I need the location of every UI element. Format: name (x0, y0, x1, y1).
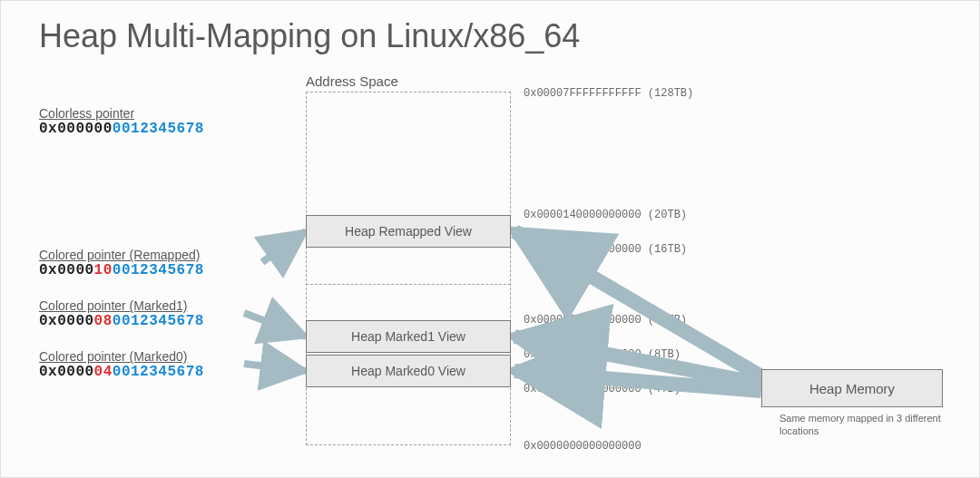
pointer-marked0: Colored pointer (Marked0) 0x000004001234… (39, 349, 293, 380)
addr-20tb: 0x0000140000000000 (20TB) (524, 209, 687, 221)
heap-marked1-view: Heap Marked1 View (306, 320, 511, 353)
pointer-marked1-hex: 0x0000080012345678 (39, 313, 293, 329)
pointer-remapped-hex: 0x0000100012345678 (39, 262, 293, 278)
addr-4tb: 0x0000040000000000 (4TB) (524, 383, 681, 395)
heap-memory-box: Heap Memory (761, 369, 943, 407)
pointer-colorless-hex: 0x0000000012345678 (39, 121, 293, 137)
pointer-remapped: Colored pointer (Remapped) 0x00001000123… (39, 248, 293, 278)
pointer-remapped-label: Colored pointer (Remapped) (39, 248, 293, 262)
pointer-colorless: Colorless pointer 0x0000000012345678 (39, 106, 293, 137)
pointer-marked1-label: Colored pointer (Marked1) (39, 298, 293, 313)
pointer-marked1: Colored pointer (Marked1) 0x000008001234… (39, 298, 293, 329)
address-space-divider (306, 284, 511, 285)
pointer-colorless-label: Colorless pointer (39, 106, 293, 121)
heap-marked0-view: Heap Marked0 View (306, 355, 511, 387)
pointer-marked0-hex: 0x0000040012345678 (39, 364, 293, 380)
mapping-note: Same memory mapped in 3 different locati… (779, 413, 952, 438)
addr-top: 0x00007FFFFFFFFFFF (128TB) (524, 87, 693, 100)
addr-16tb: 0x0000100000000000 (16TB) (524, 243, 687, 256)
slide-title: Heap Multi-Mapping on Linux/x86_64 (39, 17, 580, 55)
addr-8tb: 0x0000080000000000 (8TB) (524, 348, 681, 361)
addr-bot: 0x0000000000000000 (524, 440, 642, 453)
addr-12tb: 0x00000C0000000000 (12TB) (524, 314, 687, 327)
pointer-marked0-label: Colored pointer (Marked0) (39, 349, 293, 364)
address-space-label: Address Space (306, 73, 398, 89)
address-space-box (306, 92, 511, 445)
heap-remapped-view: Heap Remapped View (306, 215, 511, 248)
